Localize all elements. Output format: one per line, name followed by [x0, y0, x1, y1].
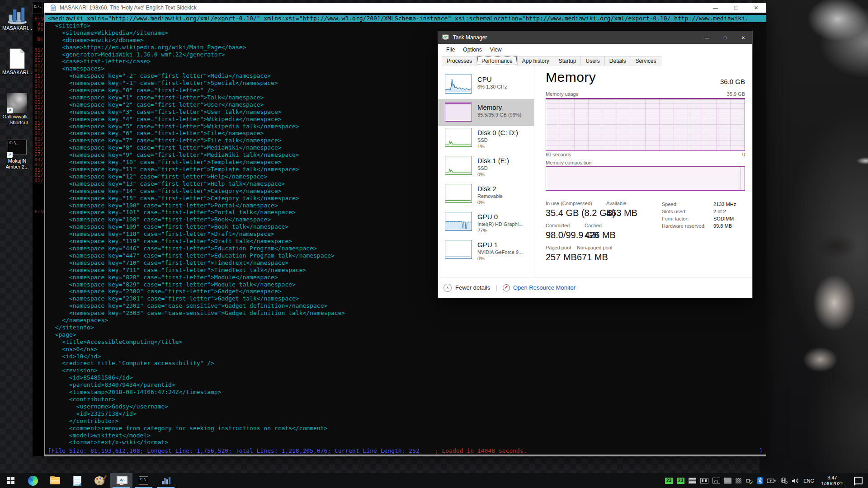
editor-window-title: MASAKARI 198x60, The 'Holy Axe' English … — [60, 5, 197, 11]
stat-value: 426 MB — [585, 230, 616, 240]
bluetooth-icon[interactable] — [757, 477, 763, 484]
memory-composition-bar[interactable] — [546, 166, 745, 191]
tab[interactable]: Services — [631, 56, 661, 66]
footer-divider: | — [495, 284, 497, 291]
perf-sidebar-item[interactable]: CPU 6% 1.30 GHz — [438, 75, 534, 101]
perf-item-name: Disk 2 — [477, 184, 503, 193]
taskbar-apps: C:\_ — [22, 473, 177, 488]
external-monitor-icon[interactable] — [724, 478, 731, 484]
console-window-icon: C:\. — [33, 3, 43, 14]
chevron-up-icon: ∧ — [443, 284, 452, 292]
taskbar-empty-space — [177, 473, 665, 488]
tab[interactable]: Details — [604, 56, 631, 66]
minimize-button[interactable]: — — [698, 31, 716, 44]
desktop-icon[interactable]: ↗ MASAKARI... — [2, 4, 32, 44]
editor-titlebar[interactable]: MASAKARI 198x60, The 'Holy Axe' English … — [44, 3, 766, 13]
language-indicator[interactable]: ENG — [803, 478, 814, 483]
menu-item[interactable]: Options — [459, 47, 486, 53]
menu-item[interactable]: File — [442, 47, 459, 53]
minimize-button[interactable]: — — [705, 3, 726, 13]
taskbar-app-button[interactable] — [66, 473, 88, 488]
desktop-icon-image: C:\_ ↗ — [6, 136, 28, 158]
usb-safely-remove-icon[interactable] — [745, 477, 753, 484]
perf-sidebar-item[interactable]: Disk 1 (E:) SSD 0% — [438, 156, 534, 182]
action-center-icon[interactable] — [854, 477, 863, 484]
desktop-icon[interactable]: ↗ MASAKARI... — [2, 48, 32, 89]
task-manager-menubar: FileOptionsView — [438, 44, 752, 56]
tab[interactable]: App history — [517, 56, 554, 66]
stat-cell: Committed 98.0/99.9 GB — [546, 223, 585, 240]
editor-xml-text: <siteinfo> <sitename>Wikipedia</sitename… — [45, 22, 345, 446]
memory-module-icon[interactable] — [700, 478, 708, 483]
taskbar-app-button[interactable] — [22, 473, 44, 488]
mini-graph — [445, 212, 472, 231]
power-plug-icon[interactable] — [767, 478, 776, 483]
info-row: Slots used: 2 of 2 — [662, 209, 736, 214]
tab[interactable]: Startup — [554, 56, 581, 66]
taskbar-app-button[interactable] — [88, 473, 110, 488]
perf-item-name: GPU 0 — [477, 212, 523, 221]
taskbar-app-button[interactable] — [44, 473, 66, 488]
memory-usage-max: 35.9 GB — [727, 91, 745, 97]
menu-item[interactable]: View — [486, 47, 506, 53]
shortcut-arrow-icon: ↗ — [7, 152, 13, 158]
perf-item-name: CPU — [477, 75, 507, 84]
performance-sidebar: CPU 6% 1.30 GHz — [438, 66, 534, 277]
stat-row: In use (Compressed) 35.4 GB (8.2 GB) Ava… — [546, 201, 659, 218]
tab[interactable]: Users — [580, 56, 604, 66]
start-button[interactable] — [0, 473, 22, 488]
taskbar-app-button[interactable] — [110, 473, 132, 488]
memory-pane-title: Memory — [546, 70, 596, 85]
perf-sidebar-item[interactable]: Disk 0 (C: D:) SSD 1% — [438, 128, 534, 154]
taskbar-clock[interactable]: 3:47 1/30/2021 — [818, 475, 846, 487]
task-manager-window[interactable]: Task Manager — □ ✕ FileOptionsView Proce… — [438, 31, 753, 298]
perf-sidebar-item[interactable]: GPU 0 Intel(R) HD Graphi... 27% — [438, 212, 534, 238]
editor-status-bar: [File Size: 81,193,612,108; Longest Line… — [45, 447, 766, 455]
desktop-icon[interactable]: C:\_ ↗ MokujIN Amber 2... — [2, 136, 32, 177]
mini-graph — [445, 184, 472, 203]
command-prompt-icon: C:\_ — [139, 476, 148, 485]
desktop-icon-label: MASAKARI... — [2, 25, 32, 31]
maximize-button[interactable]: □ — [716, 31, 734, 44]
desktop-icon-label: MokujIN — [8, 158, 26, 164]
clock-date: 1/30/2021 — [818, 481, 846, 487]
file-explorer-icon — [50, 477, 60, 484]
taskbar-app-button[interactable]: C:\_ — [132, 473, 155, 488]
perf-sidebar-item[interactable]: GPU 1 NVIDIA GeForce 9... 0% — [438, 240, 534, 266]
volume-icon[interactable] — [792, 478, 799, 484]
stat-label: In use (Compressed) — [546, 201, 606, 206]
close-button[interactable]: ✕ — [734, 31, 752, 44]
tab[interactable]: Performance — [476, 56, 518, 66]
task-manager-titlebar[interactable]: Task Manager — □ ✕ — [438, 31, 752, 44]
tab[interactable]: Processes — [442, 56, 477, 66]
masakari-chart-icon — [161, 476, 171, 486]
wireless-display-icon[interactable] — [712, 478, 720, 483]
ram-meter-icon[interactable] — [689, 478, 696, 484]
task-manager-app-icon — [442, 34, 449, 41]
memory-usage-graph[interactable] — [546, 98, 745, 151]
network-globe-icon[interactable] — [780, 477, 788, 484]
taskbar-app-button[interactable] — [155, 473, 177, 488]
perf-item-detail: SSD — [477, 165, 509, 171]
open-resource-monitor-link[interactable]: Open Resource Monitor — [513, 284, 576, 291]
info-row: Form factor: SODIMM — [662, 216, 736, 221]
close-button[interactable]: ✕ — [746, 3, 766, 13]
stat-cell: In use (Compressed) 35.4 GB (8.2 GB) — [546, 201, 606, 218]
stat-row: Committed 98.0/99.9 GB Cached 426 MB — [546, 223, 659, 240]
ramdisk-grid-icon[interactable] — [736, 478, 741, 483]
task-manager-footer: ∧ Fewer details | Open Resource Monitor — [438, 277, 752, 298]
stat-value: 671 MB — [577, 252, 612, 263]
info-value: SODIMM — [713, 216, 734, 221]
fewer-details-button[interactable]: Fewer details — [455, 284, 490, 291]
graph-time-axis: 60 seconds 0 — [546, 152, 745, 157]
perf-sidebar-item[interactable]: Disk 2 Removable 0% — [438, 184, 534, 210]
perf-sidebar-item[interactable]: Memory 35.5/35.9 GB (99%) — [438, 99, 534, 126]
cpu-temp-badge[interactable]: 23 — [665, 478, 673, 484]
task-manager-tabs: ProcessesPerformanceApp historyStartupUs… — [442, 56, 752, 66]
perf-item-detail: 35.5/35.9 GB (99%) — [477, 112, 521, 118]
perf-item-detail: 6% 1.30 GHz — [477, 84, 507, 90]
desktop-icon[interactable]: ↗ Gallowwalk... - Shortcut — [2, 92, 32, 133]
gpu-temp-badge[interactable]: 23 — [677, 478, 684, 484]
maximize-button[interactable]: □ — [726, 3, 746, 13]
memory-usage-label: Memory usage — [546, 91, 579, 97]
